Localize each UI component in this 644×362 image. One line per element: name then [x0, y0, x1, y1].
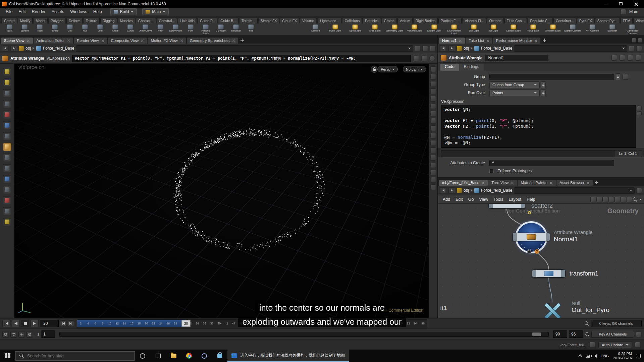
vexpression-inline-field[interactable]: vector @N;¶¶vector P1 = point(0, "P", @p…: [72, 55, 411, 62]
shelf-tool[interactable]: Point Light: [325, 24, 345, 35]
pane-tab[interactable]: Normal1: [439, 38, 465, 44]
path-field[interactable]: [514, 45, 627, 52]
shelf-tool[interactable]: File: [244, 24, 259, 35]
node-label[interactable]: Normal1: [554, 236, 578, 243]
projection-selector[interactable]: Persp: [378, 66, 398, 72]
network-canvas[interactable]: Non-Commercial Edition Geometry scatter2: [438, 204, 644, 318]
comment-badge-icon[interactable]: [535, 249, 539, 254]
node-scatter2[interactable]: [488, 204, 525, 208]
maximize-button[interactable]: [613, 0, 629, 8]
cook-mode-icon[interactable]: [590, 342, 595, 348]
pane-tab[interactable]: Composite View: [108, 38, 147, 44]
shelf-tool[interactable]: Gamepad Camera: [622, 24, 642, 35]
shelf-tool[interactable]: VR Camera: [583, 24, 602, 35]
network-menu-item[interactable]: Go: [466, 196, 477, 202]
shelf-tool[interactable]: Tube: [32, 24, 47, 35]
vex-code-editor[interactable]: vector @N; vector P1 = point(0, "P", @pt…: [441, 105, 636, 148]
help-icon[interactable]: [429, 56, 435, 61]
playbar-zoom-icon[interactable]: [584, 321, 589, 326]
clock-icon[interactable]: [26, 331, 33, 338]
file-explorer-button[interactable]: [166, 350, 181, 362]
shelf-tool[interactable]: Distant Light: [424, 24, 444, 35]
shelf-tool[interactable]: Box: [2, 24, 17, 35]
shelf-tab[interactable]: Muscles: [118, 18, 136, 23]
shelf-tool[interactable]: Caustic Light: [503, 24, 523, 35]
shelf-tool[interactable]: Sphere: [17, 24, 32, 35]
info-icon[interactable]: [430, 170, 436, 175]
shelf-tab[interactable]: Simple FX: [258, 18, 279, 23]
node-normal1[interactable]: [513, 233, 550, 241]
shelf-tab[interactable]: Polygon: [48, 18, 66, 23]
shelf-tab[interactable]: Guide P...: [198, 18, 217, 23]
shelf-tool[interactable]: Grid: [62, 24, 77, 35]
forward-button[interactable]: [448, 187, 455, 194]
wireframe-icon[interactable]: [430, 118, 436, 124]
path-field[interactable]: [514, 187, 635, 194]
editor-menu-icon[interactable]: [637, 111, 642, 116]
points-display-icon[interactable]: [430, 133, 436, 138]
snap-point-icon[interactable]: [430, 74, 436, 79]
browser-button[interactable]: [197, 350, 212, 362]
shelf-tab[interactable]: Particle Fl...: [438, 18, 462, 23]
grid-view-icon[interactable]: [602, 197, 608, 202]
brush-tool-icon[interactable]: [3, 68, 11, 76]
color-palette-icon[interactable]: [614, 197, 620, 202]
notification-center-icon[interactable]: [636, 354, 641, 358]
lock-badge-icon[interactable]: [527, 250, 531, 253]
network-menu-item[interactable]: Add: [440, 196, 453, 202]
shelf-tab[interactable]: Deform: [66, 18, 83, 23]
range-slider-handle[interactable]: [532, 333, 541, 336]
color-scheme-icon[interactable]: [430, 177, 436, 183]
list-view-icon[interactable]: [596, 197, 602, 202]
viewport-3d[interactable]: vfxforce.cn Persp No cam Non-Commercial …: [14, 64, 429, 318]
pane-options-icon[interactable]: [430, 46, 435, 51]
lighting-icon[interactable]: [430, 125, 436, 131]
options-icon[interactable]: [430, 184, 436, 190]
layout-tool-icon[interactable]: [3, 78, 11, 86]
shelf-tab[interactable]: Vellum: [397, 18, 413, 23]
shelf-tool[interactable]: Font: [183, 24, 198, 35]
pane-tab[interactable]: Performance Monitor: [493, 38, 540, 44]
secure-selection-icon[interactable]: [3, 100, 11, 108]
pin-pane-icon[interactable]: [415, 46, 421, 51]
network-menu-item[interactable]: Edit: [453, 196, 466, 202]
pane-options-icon[interactable]: [636, 46, 642, 51]
forward-button[interactable]: [10, 45, 17, 52]
playhead[interactable]: 30: [181, 320, 191, 327]
path-field[interactable]: [76, 45, 413, 52]
expand-editor-icon[interactable]: [413, 56, 419, 61]
shelf-tool[interactable]: Draw Curve: [138, 24, 153, 35]
key-all-channels-button[interactable]: Key All Channels: [591, 331, 634, 338]
pin-pane-icon[interactable]: [629, 46, 635, 51]
shading-icon[interactable]: [430, 111, 436, 116]
jump-to-start-button[interactable]: [2, 320, 10, 327]
pane-tab[interactable]: /obj/Force_feild_Base: [439, 180, 488, 186]
node-out-for-pyro[interactable]: [543, 302, 561, 318]
range-slider[interactable]: [59, 332, 549, 337]
range-start-field[interactable]: 1: [41, 330, 55, 338]
abc-display-icon[interactable]: [430, 162, 436, 168]
viewport-lock-icon[interactable]: [371, 66, 378, 73]
shelf-tool[interactable]: Torus: [47, 24, 62, 35]
close-tab-icon[interactable]: [534, 39, 537, 42]
close-tab-icon[interactable]: [511, 181, 514, 184]
menu-item[interactable]: Windows: [67, 8, 90, 15]
group-input[interactable]: [489, 74, 614, 80]
node-label[interactable]: Out_for_Pyro: [572, 306, 609, 314]
pose-tool-icon[interactable]: [3, 111, 11, 119]
pane-tab[interactable]: Geometry Spreadsheet: [187, 38, 238, 44]
shelf-tab[interactable]: Rigid Bodies: [413, 18, 438, 23]
loop-mode-icon[interactable]: [10, 331, 17, 338]
current-frame-field[interactable]: 30: [40, 320, 59, 327]
node-label[interactable]: ft1: [440, 304, 447, 312]
pane-tab[interactable]: Motion FX View: [148, 38, 186, 44]
shelf-tool[interactable]: Null: [77, 24, 93, 35]
update-mode-dropdown[interactable]: Auto Update: [598, 342, 632, 348]
node-transform1[interactable]: [532, 269, 566, 278]
close-tab-icon[interactable]: [459, 39, 462, 42]
select-group-icon[interactable]: [623, 74, 628, 80]
shelf-tab[interactable]: Guide B...: [218, 18, 238, 23]
move-tool-icon[interactable]: [3, 132, 11, 140]
play-button[interactable]: [31, 320, 39, 327]
group-type-dropdown[interactable]: Guess from Group: [489, 81, 540, 88]
